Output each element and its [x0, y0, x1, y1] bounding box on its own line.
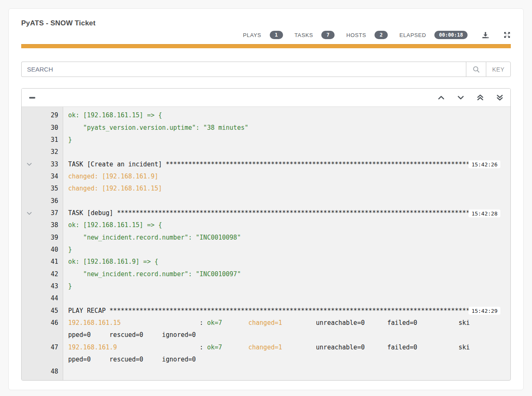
chevron-down-icon: [457, 94, 464, 101]
console-text: [63, 195, 510, 207]
line-number: 44: [22, 292, 63, 304]
timestamp-badge: 15:42:29: [468, 307, 500, 315]
stat-badge: 7: [321, 31, 335, 39]
console-nav: [425, 94, 503, 101]
chevron-down-icon[interactable]: [26, 161, 32, 168]
stat-badge: 00:00:18: [434, 31, 468, 39]
line-number: 48: [22, 366, 63, 378]
search-bar: KEY: [21, 62, 511, 77]
line-number: 36: [22, 195, 63, 207]
stat-label: TASKS: [295, 32, 313, 38]
console-filler-row: [22, 378, 510, 380]
console-line-29: 29ok: [192.168.161.15] => {: [22, 109, 510, 121]
console-text: TASK [debug] ***************************…: [63, 207, 510, 219]
line-number: 45: [22, 305, 63, 317]
console-text: TASK [Create an incident] **************…: [63, 158, 510, 171]
console-line-40: 40}: [22, 244, 510, 256]
console-text: "new_incident.record.number": "INC001009…: [63, 232, 510, 244]
expand-button[interactable]: [503, 31, 511, 39]
download-button[interactable]: [482, 32, 489, 39]
console-text: }: [63, 134, 510, 146]
console-output: 28}29ok: [192.168.161.15] => {30 "pyats_…: [22, 107, 510, 380]
line-number: 46: [22, 317, 63, 329]
console-line-34: 34changed: [192.168.161.9]: [22, 171, 510, 183]
stat-label: ELAPSED: [399, 32, 426, 38]
line-number: 37: [22, 207, 63, 219]
nav-chevron-down-button[interactable]: [457, 94, 464, 101]
page-title: PyATS - SNOW Ticket: [21, 19, 511, 27]
download-icon: [482, 32, 489, 39]
console-text: pped=0 rescued=0 ignored=0: [63, 354, 510, 366]
console-line-33: 33TASK [Create an incident] ************…: [22, 158, 510, 171]
console-line-47: 47192.168.161.9 : ok=7 changed=1 unreach…: [22, 342, 510, 354]
console-line-37: 37TASK [debug] *************************…: [22, 207, 510, 219]
console-text: [63, 292, 510, 304]
line-number: 38: [22, 219, 63, 231]
stats-row: PLAYS1TASKS7HOSTS2ELAPSED00:00:18: [21, 31, 511, 39]
line-number: 33: [22, 158, 63, 171]
key-button[interactable]: KEY: [486, 62, 511, 77]
double-chevron-down-icon: [496, 94, 503, 101]
line-number: 40: [22, 244, 63, 256]
line-number: 35: [22, 183, 63, 195]
stat-hosts: HOSTS2: [346, 31, 388, 39]
line-number: [22, 354, 63, 366]
console-text: [63, 146, 510, 158]
line-number: 41: [22, 256, 63, 268]
nav-chevron-up-button[interactable]: [438, 94, 445, 101]
console-line-48: 48: [22, 366, 510, 378]
console-header: [22, 89, 510, 107]
minus-icon: [29, 97, 35, 99]
job-status-bar: [21, 44, 511, 48]
console-filler: [63, 378, 510, 380]
line-number: 34: [22, 171, 63, 183]
search-icon: [473, 66, 480, 73]
line-number-filler: [22, 378, 63, 380]
search-button[interactable]: [466, 62, 486, 77]
stat-label: HOSTS: [346, 32, 366, 38]
timestamp-badge: 15:42:28: [468, 209, 500, 217]
console-line-36: 36: [22, 195, 510, 207]
console-line-44: 44: [22, 292, 510, 304]
nav-double-chevron-up-button[interactable]: [477, 94, 484, 101]
console-text: 192.168.161.9 : ok=7 changed=1 unreachab…: [63, 342, 510, 354]
timestamp-badge: 15:42:26: [468, 161, 500, 168]
console-line-32: 32: [22, 146, 510, 158]
console-line-43: 43}: [22, 280, 510, 292]
chevron-down-icon[interactable]: [26, 210, 32, 216]
console-text: pped=0 rescued=0 ignored=0: [63, 329, 510, 341]
console-text: }: [63, 244, 510, 256]
console-text: ok: [192.168.161.15] => {: [63, 109, 510, 121]
double-chevron-up-icon: [477, 94, 484, 101]
stat-plays: PLAYS1: [243, 31, 283, 39]
console-line-35: 35changed: [192.168.161.15]: [22, 183, 510, 195]
line-number: 32: [22, 146, 63, 158]
console-line-wrap: pped=0 rescued=0 ignored=0: [22, 354, 510, 366]
console-line-45: 45PLAY RECAP ***************************…: [22, 305, 510, 317]
stat-tasks: TASKS7: [295, 31, 335, 39]
stat-elapsed: ELAPSED00:00:18: [399, 31, 468, 39]
search-input[interactable]: [21, 62, 466, 77]
line-number: 43: [22, 280, 63, 292]
console-line-30: 30 "pyats_version.version.uptime": "38 m…: [22, 122, 510, 134]
console-text: ok: [192.168.161.15] => {: [63, 219, 510, 231]
line-number: 39: [22, 232, 63, 244]
stat-badge: 1: [270, 31, 283, 39]
job-output-card: PyATS - SNOW Ticket PLAYS1TASKS7HOSTS2EL…: [8, 8, 524, 390]
stat-badge: 2: [374, 31, 388, 39]
console-text: changed: [192.168.161.9]: [63, 171, 510, 183]
console-line-42: 42 "new_incident.record.number": "INC001…: [22, 268, 510, 280]
console-line-41: 41ok: [192.168.161.9] => {: [22, 256, 510, 268]
collapse-all-button[interactable]: [27, 95, 37, 100]
line-number: 42: [22, 268, 63, 280]
chevron-up-icon: [438, 94, 445, 101]
line-number: 29: [22, 109, 63, 121]
console-line-39: 39 "new_incident.record.number": "INC001…: [22, 232, 510, 244]
line-number: [22, 329, 63, 341]
console-text: "new_incident.record.number": "INC001009…: [63, 268, 510, 280]
expand-icon: [503, 31, 511, 39]
console-text: "pyats_version.version.uptime": "38 minu…: [63, 122, 510, 134]
console-line-wrap: pped=0 rescued=0 ignored=0: [22, 329, 510, 341]
line-number: 47: [22, 342, 63, 354]
nav-double-chevron-down-button[interactable]: [496, 94, 503, 101]
